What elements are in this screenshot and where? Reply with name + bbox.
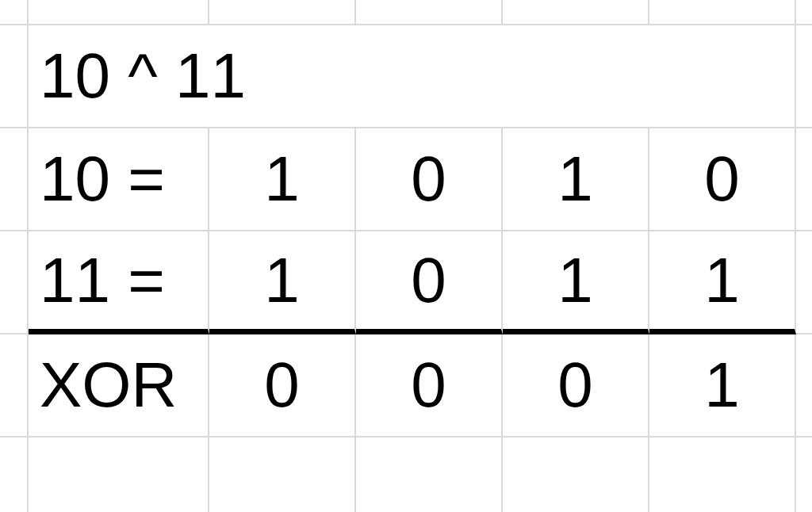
gutter-cell xyxy=(796,128,812,231)
bit-value: 1 xyxy=(557,143,593,216)
bit-value: 0 xyxy=(557,349,593,422)
gutter-cell xyxy=(0,25,29,128)
title-cell[interactable]: 10 ^ 11 xyxy=(29,25,796,128)
row-label[interactable]: 10 = xyxy=(29,128,209,231)
row-label-text: 10 = xyxy=(40,143,165,216)
gutter-cell xyxy=(0,128,29,231)
empty-cell[interactable] xyxy=(29,437,209,512)
bit-cell[interactable]: 0 xyxy=(649,128,796,231)
empty-cell[interactable] xyxy=(649,437,796,512)
row-label[interactable]: 11 = xyxy=(29,231,209,334)
gutter-cell xyxy=(796,334,812,437)
row-label-text: 11 = xyxy=(40,244,165,317)
bit-cell[interactable]: 0 xyxy=(503,334,649,437)
bit-value: 0 xyxy=(264,349,300,422)
row-label[interactable]: XOR xyxy=(29,334,209,437)
spreadsheet-grid: 10 ^ 11 10 = 1 0 1 0 11 = 1 0 1 1 XOR 0 xyxy=(0,0,812,512)
bit-cell[interactable]: 0 xyxy=(356,231,503,334)
gutter-cell xyxy=(0,334,29,437)
bit-value: 0 xyxy=(704,143,740,216)
row-label-text: XOR xyxy=(40,349,177,422)
bit-value: 1 xyxy=(704,244,740,317)
bit-value: 0 xyxy=(411,349,446,422)
gutter-cell xyxy=(0,437,29,512)
bit-cell[interactable]: 1 xyxy=(503,128,649,231)
bit-cell[interactable]: 0 xyxy=(209,334,356,437)
bit-cell[interactable]: 1 xyxy=(649,334,796,437)
bit-value: 0 xyxy=(411,244,446,317)
gutter-cell xyxy=(796,231,812,334)
bit-cell[interactable]: 1 xyxy=(209,128,356,231)
bit-cell[interactable]: 1 xyxy=(649,231,796,334)
gutter-cell xyxy=(0,0,29,25)
empty-cell[interactable] xyxy=(356,0,503,25)
gutter-cell xyxy=(796,0,812,25)
empty-cell[interactable] xyxy=(209,437,356,512)
bit-cell[interactable]: 1 xyxy=(503,231,649,334)
bit-value: 1 xyxy=(264,143,300,216)
bit-value: 1 xyxy=(557,244,593,317)
empty-cell[interactable] xyxy=(29,0,209,25)
bit-value: 0 xyxy=(411,143,446,216)
bit-value: 1 xyxy=(264,244,300,317)
bit-cell[interactable]: 0 xyxy=(356,334,503,437)
bit-value: 1 xyxy=(704,349,740,422)
title-text: 10 ^ 11 xyxy=(40,40,246,113)
bit-cell[interactable]: 0 xyxy=(356,128,503,231)
empty-cell[interactable] xyxy=(209,0,356,25)
bit-cell[interactable]: 1 xyxy=(209,231,356,334)
gutter-cell xyxy=(796,25,812,128)
gutter-cell xyxy=(0,231,29,334)
empty-cell[interactable] xyxy=(503,437,649,512)
gutter-cell xyxy=(796,437,812,512)
empty-cell[interactable] xyxy=(503,0,649,25)
empty-cell[interactable] xyxy=(649,0,796,25)
empty-cell[interactable] xyxy=(356,437,503,512)
